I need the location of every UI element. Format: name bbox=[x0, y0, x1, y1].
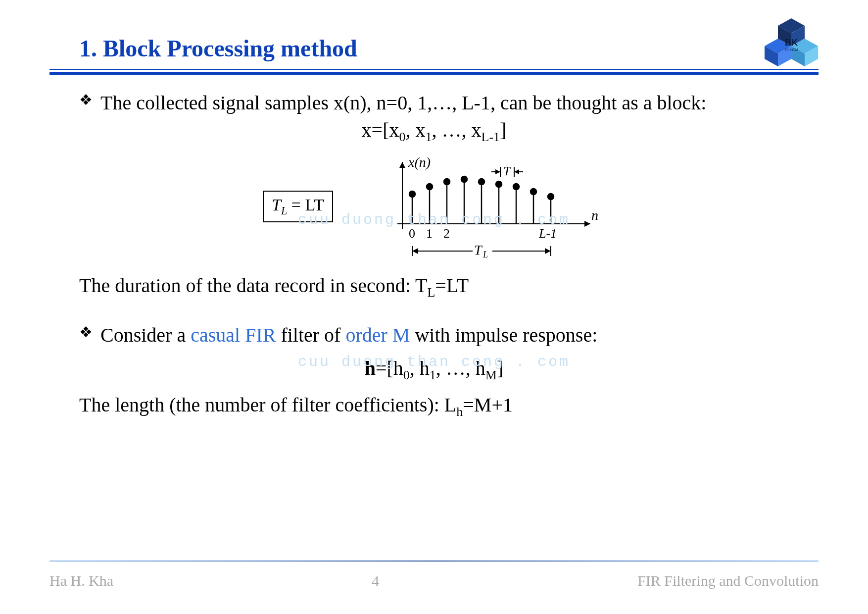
diamond-bullet-icon: ❖ bbox=[79, 325, 93, 340]
bullet-point-2: ❖ Consider a casual FIR filter of order … bbox=[79, 322, 789, 349]
duration-sub: L bbox=[427, 285, 435, 300]
length-sub: h bbox=[456, 405, 463, 419]
diamond-bullet-icon: ❖ bbox=[79, 93, 93, 107]
svg-text:1: 1 bbox=[426, 226, 433, 241]
b2-order-m: order M bbox=[345, 324, 410, 346]
footer-author: Ha H. Kha bbox=[49, 572, 113, 589]
svg-marker-10 bbox=[584, 221, 590, 227]
duration-line: The duration of the data record in secon… bbox=[79, 272, 789, 301]
eq-x-sub1: 1 bbox=[426, 130, 432, 144]
watermark-2: cuu duong than cong . com bbox=[298, 354, 570, 370]
eq-x-end: ] bbox=[500, 119, 506, 141]
bullet-2-text: Consider a casual FIR filter of order M … bbox=[100, 322, 597, 349]
svg-point-20 bbox=[444, 179, 450, 185]
slide: BK TP. HCM 1. Block Processing method ❖ … bbox=[0, 0, 868, 614]
logo-text-top: BK bbox=[785, 38, 798, 48]
footer: Ha H. Kha 4 FIR Filtering and Convolutio… bbox=[49, 561, 819, 589]
svg-text:x(n): x(n) bbox=[408, 154, 431, 170]
svg-point-26 bbox=[496, 181, 502, 187]
content-area: ❖ The collected signal samples x(n), n=0… bbox=[49, 90, 819, 420]
svg-point-18 bbox=[427, 184, 433, 190]
svg-text:T: T bbox=[474, 242, 483, 257]
b2-e: with impulse response: bbox=[410, 324, 597, 346]
formula-rest: = LT bbox=[287, 196, 324, 214]
length-text-a: The length (the number of filter coeffic… bbox=[79, 394, 456, 416]
eq-x-sub0: 0 bbox=[399, 130, 406, 144]
svg-point-28 bbox=[513, 184, 519, 190]
signal-diagram: x(n) n bbox=[378, 154, 605, 258]
b2-casual-fir: casual FIR bbox=[191, 324, 276, 346]
svg-text:L-1: L-1 bbox=[538, 226, 557, 241]
slide-title: 1. Block Processing method bbox=[79, 35, 819, 62]
duration-text-b: =LT bbox=[435, 274, 469, 297]
svg-text:0: 0 bbox=[409, 226, 415, 241]
formula-L-sub: L bbox=[281, 205, 287, 217]
eq-x-c2: , …, x bbox=[432, 119, 482, 141]
formula-tl-lt: TL = LT bbox=[263, 191, 333, 222]
svg-point-30 bbox=[530, 189, 536, 195]
length-text-b: =M+1 bbox=[463, 394, 513, 416]
footer-divider bbox=[49, 561, 819, 562]
svg-point-32 bbox=[548, 194, 554, 200]
title-divider bbox=[49, 69, 819, 75]
svg-marker-12 bbox=[399, 162, 405, 168]
bullet-1-text: The collected signal samples x(n), n=0, … bbox=[100, 90, 706, 116]
svg-marker-46 bbox=[545, 248, 551, 254]
bullet-point-1: ❖ The collected signal samples x(n), n=0… bbox=[79, 90, 789, 116]
university-logo: BK TP. HCM bbox=[759, 17, 823, 74]
figure-row: TL = LT x(n) n bbox=[79, 154, 789, 258]
duration-text-a: The duration of the data record in secon… bbox=[79, 274, 427, 297]
logo-text-bottom: TP. HCM bbox=[784, 48, 798, 51]
svg-marker-34 bbox=[495, 169, 500, 174]
footer-page-number: 4 bbox=[372, 572, 379, 589]
svg-marker-36 bbox=[514, 169, 519, 174]
svg-marker-45 bbox=[412, 248, 418, 254]
footer-topic: FIR Filtering and Convolution bbox=[637, 572, 819, 589]
equation-x-vector: x=[x0, x1, …, xL-1] bbox=[79, 118, 789, 145]
b2-c: filter of bbox=[276, 324, 345, 346]
svg-text:L: L bbox=[482, 250, 488, 258]
svg-text:2: 2 bbox=[443, 226, 450, 241]
eq-x-start: x=[x bbox=[362, 119, 399, 141]
svg-point-24 bbox=[479, 179, 484, 185]
length-line: The length (the number of filter coeffic… bbox=[79, 392, 789, 420]
formula-T: T bbox=[272, 196, 281, 214]
svg-text:n: n bbox=[591, 207, 598, 223]
svg-point-16 bbox=[409, 191, 415, 197]
svg-point-22 bbox=[461, 176, 467, 182]
svg-text:T: T bbox=[503, 164, 511, 178]
eq-x-sub2: L-1 bbox=[482, 130, 500, 144]
eq-x-c1: , x bbox=[406, 119, 426, 141]
b2-a: Consider a bbox=[100, 324, 191, 346]
